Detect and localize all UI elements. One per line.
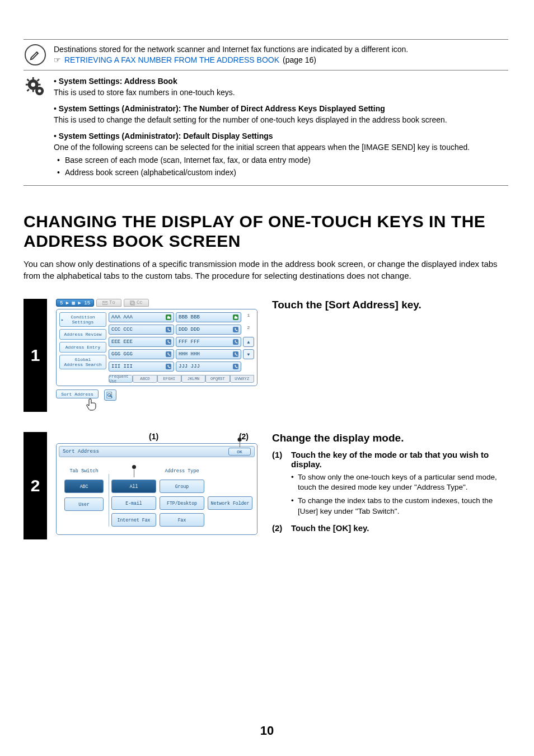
tab-efghi[interactable]: EFGHI <box>157 375 181 383</box>
internet-fax-button[interactable]: Internet Fax <box>111 513 156 527</box>
svg-rect-4 <box>26 84 29 86</box>
sort-address-title: Sort Address <box>63 449 99 454</box>
callout-1: (1) <box>149 432 158 441</box>
to-tab[interactable]: To <box>96 299 121 307</box>
fax-icon <box>166 314 171 320</box>
setting-item-default-display: • System Settings (Administrator): Defau… <box>54 131 470 178</box>
svg-rect-5 <box>38 84 41 86</box>
svg-rect-3 <box>32 90 34 92</box>
user-button[interactable]: User <box>64 497 104 511</box>
phone-icon <box>233 351 238 357</box>
scroll-down-button[interactable]: ▼ <box>243 349 254 359</box>
substep-1: Touch the key of the mode or tab that yo… <box>272 450 508 516</box>
page-2-indicator: 2 <box>243 325 254 330</box>
dest-iii[interactable]: III III <box>109 361 174 372</box>
address-book-screenshot: 5 ▶ ▦ ▶ 15 To Cc Condition Settings Addr… <box>56 299 257 412</box>
svg-rect-2 <box>32 77 34 80</box>
svg-rect-13 <box>130 300 134 303</box>
address-type-label: Address Type <box>165 468 199 475</box>
setting-item-direct-keys: • System Settings (Administrator): The N… <box>54 104 470 125</box>
svg-rect-16 <box>167 316 169 317</box>
svg-point-1 <box>31 82 35 87</box>
note-line1: Destinations stored for the network scan… <box>54 44 408 55</box>
fax-button[interactable]: Fax <box>160 513 204 527</box>
network-folder-button[interactable]: Network Folder <box>208 496 252 510</box>
dest-aaa[interactable]: AAA AAA <box>109 312 174 322</box>
sort-address-screenshot: (1) (2) Sort Address OK Tab Switch ABC <box>56 432 257 535</box>
cc-tab[interactable]: Cc <box>124 299 149 307</box>
sub-base-screen: Base screen of each mode (scan, Internet… <box>57 155 470 166</box>
phone-icon <box>166 351 171 357</box>
sub-address-book: Address book screen (alphabetical/custom… <box>57 167 470 179</box>
dest-ggg[interactable]: GGG GGG <box>109 349 174 359</box>
dest-ccc[interactable]: CCC CCC <box>109 325 174 335</box>
step-number-2: 2 <box>24 432 47 539</box>
phone-icon <box>233 339 238 345</box>
page-1-indicator: 1 <box>243 312 254 318</box>
phone-icon <box>166 364 171 369</box>
pencil-icon <box>25 44 46 65</box>
fax-icon <box>233 314 238 320</box>
step-number-1: 1 <box>24 299 47 412</box>
phone-icon <box>166 327 171 332</box>
dest-jjj[interactable]: JJJ JJJ <box>176 361 241 372</box>
substep-1-detail-2: To change the index tabs to the custom i… <box>291 496 508 516</box>
gear-icon <box>25 76 46 97</box>
group-button[interactable]: Group <box>160 480 204 493</box>
email-button[interactable]: E-mail <box>111 496 156 510</box>
phone-icon <box>166 339 171 345</box>
dest-hhh[interactable]: HHH HHH <box>176 349 241 359</box>
counter-button[interactable]: 5 ▶ ▦ ▶ 15 <box>56 299 94 307</box>
section-heading: CHANGING THE DISPLAY OF ONE-TOUCH KEYS I… <box>24 212 508 251</box>
all-button[interactable]: All <box>111 480 156 493</box>
section-intro: You can show only destinations of a spec… <box>24 258 508 283</box>
svg-rect-14 <box>131 302 135 304</box>
global-address-search-button[interactable]: Global Address Search <box>59 355 106 369</box>
address-entry-button[interactable]: Address Entry <box>59 342 106 353</box>
substep-2: Touch the [OK] key. <box>272 523 508 533</box>
pointer-icon: ☞ <box>54 55 61 65</box>
substep-1-detail-1: To show only the one-touch keys of a par… <box>291 472 508 492</box>
scroll-up-button[interactable]: ▲ <box>243 337 254 347</box>
ok-button[interactable]: OK <box>228 448 251 456</box>
page-number: 10 <box>0 724 534 738</box>
svg-rect-9 <box>26 88 29 91</box>
dest-fff[interactable]: FFF FFF <box>176 337 241 347</box>
step2-instruction: Change the display mode. <box>272 432 508 444</box>
condition-settings-button[interactable]: Condition Settings <box>59 312 106 327</box>
dest-bbb[interactable]: BBB BBB <box>176 312 241 322</box>
tab-uvwxyz[interactable]: UVWXYZ <box>230 375 254 383</box>
tab-abcd[interactable]: ABCD <box>133 375 157 383</box>
svg-point-11 <box>38 90 41 93</box>
dest-ddd[interactable]: DDD DDD <box>176 325 241 335</box>
svg-rect-18 <box>235 316 236 317</box>
tab-opqrst[interactable]: OPQRST <box>205 375 229 383</box>
tab-frequent-use[interactable]: Frequent Use <box>109 375 133 383</box>
link-pageref: (page 16) <box>283 55 316 65</box>
preview-button[interactable] <box>104 389 116 401</box>
tab-switch-label: Tab Switch <box>69 468 98 475</box>
step1-instruction: Touch the [Sort Address] key. <box>272 299 508 311</box>
phone-icon <box>233 364 238 369</box>
link-retrieving-fax[interactable]: RETRIEVING A FAX NUMBER FROM THE ADDRESS… <box>64 55 279 65</box>
abc-button[interactable]: ABC <box>64 480 104 493</box>
dest-eee[interactable]: EEE EEE <box>109 337 174 347</box>
phone-icon <box>233 327 238 332</box>
setting-item-address-book: • System Settings: Address Book This is … <box>54 76 470 98</box>
tab-jklmn[interactable]: JKLMN <box>181 375 205 383</box>
address-review-button[interactable]: Address Review <box>59 329 106 340</box>
hand-pointer-icon <box>85 397 99 412</box>
ftp-desktop-button[interactable]: FTP/Desktop <box>160 496 204 510</box>
